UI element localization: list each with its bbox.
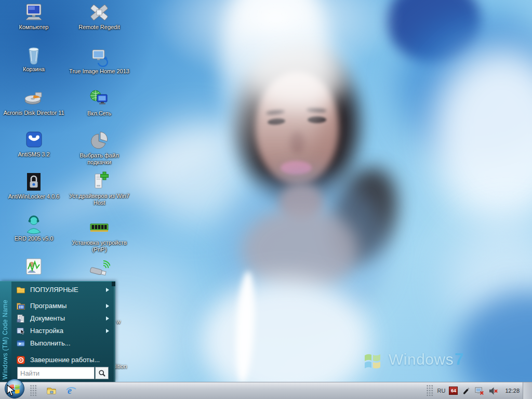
pie-chart-icon: [88, 131, 110, 152]
quick-launch-internet-explorer[interactable]: e: [65, 385, 77, 396]
menu-item-label: Выполнить...: [30, 339, 71, 347]
menu-item-programs[interactable]: Программы: [11, 300, 113, 312]
start-menu-edge: [114, 282, 115, 382]
submenu-arrow-icon: [106, 304, 109, 308]
desktop-icon-label: Установка устройств (PnP): [65, 240, 133, 253]
phone-icon: [23, 130, 45, 151]
search-input[interactable]: [17, 367, 95, 379]
svg-text:e: e: [68, 385, 72, 396]
desktop-icon-label: Уст.драйверов из Win7 Host: [65, 193, 133, 206]
hardware-disconnected-icon[interactable]: [475, 386, 485, 396]
search-icon: [98, 369, 106, 377]
menu-item-label: Программы: [30, 302, 66, 310]
tray-grip[interactable]: [427, 385, 434, 396]
start-menu-search: [17, 367, 109, 379]
desktop-icon-acronis-disk-director[interactable]: Acronis Disk Director 11: [3, 88, 65, 116]
desktop-icon-driver-install[interactable]: Уст.драйверов из Win7 Host: [65, 171, 133, 206]
computer-icon: [23, 3, 45, 23]
acronis-disk-icon: [23, 88, 45, 109]
clock[interactable]: 12:28: [505, 388, 520, 394]
system-tray: RU 64 12:28: [427, 382, 520, 399]
tray-64-badge[interactable]: 64: [449, 387, 458, 395]
desktop-icon-label: Корзина: [3, 66, 65, 73]
start-menu-banner-text: Windows (TM) Code Name: [2, 300, 9, 380]
network-globe-icon: [88, 89, 110, 110]
desktop-icon-partially-hidden-user[interactable]: [3, 257, 65, 277]
desktop-icon-pnp-devices[interactable]: Установка устройств (PnP): [65, 218, 133, 253]
explorer-folder-icon: [46, 385, 57, 396]
server-plus-icon: [88, 171, 110, 192]
wallpaper-windows7-logo: Windows7: [363, 349, 463, 370]
desktop-icon-label: Вкл.Сеть: [65, 110, 133, 117]
logo-version: 7: [455, 350, 463, 368]
documents-icon: [16, 314, 25, 323]
menu-item-documents[interactable]: Документы: [11, 312, 113, 324]
menu-item-label: Завершение работы...: [30, 356, 100, 364]
menu-item-popular[interactable]: ПОПУЛЯРНЫЕ: [11, 284, 113, 296]
windows-flag-icon: [363, 349, 383, 370]
start-menu-banner: Windows (TM) Code Name: [0, 282, 11, 382]
regedit-icon: [88, 3, 110, 23]
windows-orb-icon: [4, 378, 25, 399]
desktop-icon-network[interactable]: Вкл.Сеть: [65, 89, 133, 117]
submenu-arrow-icon: [106, 288, 109, 292]
recycle-bin-icon: [23, 45, 45, 65]
desktop-icon-computer[interactable]: Компьютер: [3, 3, 65, 31]
menu-item-run[interactable]: Выполнить...: [11, 337, 113, 349]
person-headset-icon: [23, 214, 45, 235]
desktop-icon-recycle-bin[interactable]: Корзина: [3, 45, 65, 73]
true-image-icon: [88, 47, 110, 68]
taskbar: e RU 64: [0, 382, 532, 399]
speaker-muted-icon[interactable]: [488, 386, 498, 396]
desktop-icon-antiwinlocker[interactable]: AntiWinLocker 4.0.6: [3, 172, 65, 200]
menu-item-shutdown[interactable]: Завершение работы...: [11, 354, 113, 366]
quick-launch-grip[interactable]: [30, 385, 37, 396]
desktop-icon-true-image[interactable]: True Image Home 2013: [65, 47, 133, 75]
padlock-icon: [23, 172, 45, 193]
desktop-icon-label: Remote Regedit: [65, 24, 133, 31]
quick-launch-explorer[interactable]: [46, 385, 57, 396]
usb-wireless-icon: [88, 259, 110, 280]
submenu-arrow-icon: [106, 316, 109, 321]
logo-brand: Windows: [389, 351, 454, 368]
desktop-icon-pagefile[interactable]: Выбрать файл подкачки: [65, 131, 133, 166]
internet-explorer-icon: e: [65, 385, 77, 396]
menu-item-label: Настройка: [30, 327, 63, 335]
desktop-icon-antisms[interactable]: AntiSMS 3.2: [3, 130, 65, 158]
start-button[interactable]: [4, 378, 25, 399]
desktop-icon-label: True Image Home 2013: [65, 68, 133, 75]
desktop-icon-label: Acronis Disk Director 11: [3, 110, 65, 116]
programs-folder-icon: [16, 301, 25, 311]
desktop-icon-erd[interactable]: ERD 2005 v5.0: [3, 214, 65, 242]
language-indicator[interactable]: RU: [437, 388, 446, 394]
desktop-icon-label: AntiSMS 3.2: [3, 151, 65, 158]
start-menu: Windows (TM) Code Name ПОПУЛЯРНЫЕ Програ…: [0, 281, 115, 382]
menu-item-settings[interactable]: Настройка: [11, 325, 113, 337]
show-desktop-button[interactable]: [523, 382, 532, 399]
run-icon: [16, 339, 25, 348]
menu-item-label: ПОПУЛЯРНЫЕ: [30, 286, 78, 294]
menu-item-label: Документы: [30, 314, 65, 322]
pen-device-icon[interactable]: [461, 386, 471, 396]
desktop-icon-label: Выбрать файл подкачки: [73, 152, 125, 166]
ram-stick-icon: [88, 218, 110, 239]
desktop-screen: Windows7 Компьютер Remote Regedit: [0, 0, 532, 399]
folder-icon: [16, 285, 25, 295]
submenu-arrow-icon: [106, 329, 109, 333]
user-waveform-icon: [23, 257, 45, 277]
partial-icon-label-w: w: [116, 318, 121, 325]
desktop-icon-label: ERD 2005 v5.0: [3, 235, 65, 242]
shutdown-icon: [16, 355, 25, 365]
desktop-icon-remote-regedit[interactable]: Remote Regedit: [65, 3, 133, 31]
search-button[interactable]: [95, 367, 109, 379]
desktop-icon-label: AntiWinLocker 4.0.6: [3, 193, 65, 200]
desktop-icon-label: Компьютер: [3, 24, 65, 31]
desktop-icon-partially-hidden-usb[interactable]: [65, 259, 133, 280]
settings-icon: [16, 326, 25, 336]
